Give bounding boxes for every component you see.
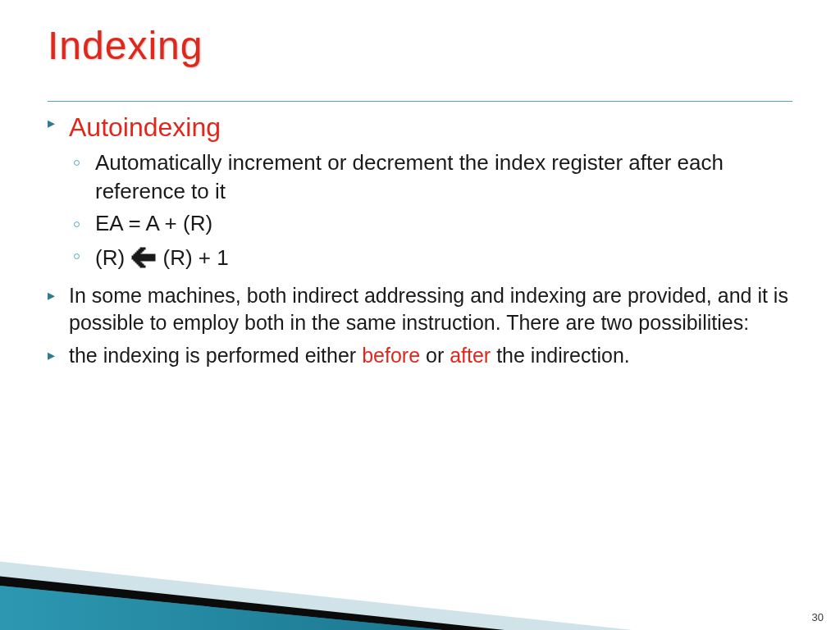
title-divider [48,101,792,102]
svg-marker-2 [0,581,771,630]
text-mid: or [420,344,450,367]
svg-marker-3 [0,581,771,630]
word-before: before [362,344,420,367]
text-post: the indirection. [491,344,630,367]
bullet-heading: Autoindexing [69,112,221,142]
slide: Indexing Autoindexing Automatically incr… [0,0,840,630]
page-number: 30 [812,611,824,623]
bullet-before-after: the indexing is performed either before … [48,342,792,370]
decorative-wedge [0,499,840,630]
formula-r-rhs: (R) + 1 [157,245,228,270]
bullet-autoindexing: Autoindexing [48,110,792,145]
subbullet-formula-r: (R) 🡰 (R) + 1 [48,241,792,276]
formula-r-lhs: (R) [95,245,130,270]
bullet-both-provided: In some machines, both indirect addressi… [48,282,792,338]
subbullet-description: Automatically increment or decrement the… [48,148,792,206]
svg-marker-1 [0,571,812,630]
svg-marker-0 [0,556,840,630]
word-after: after [450,344,491,367]
slide-content: Autoindexing Automatically increment or … [48,110,792,370]
text-pre: the indexing is performed either [69,344,362,367]
subbullet-formula-ea: EA = A + (R) [48,209,792,238]
slide-title: Indexing [48,23,792,68]
left-arrow-icon: 🡰 [130,241,157,276]
